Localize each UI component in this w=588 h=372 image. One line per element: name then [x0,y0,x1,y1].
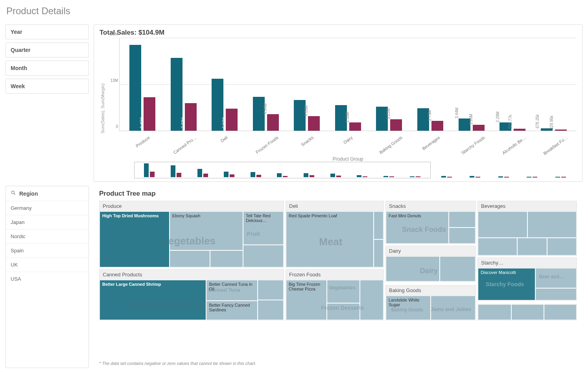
margin-bar[interactable]: 4.64M [267,114,279,131]
section-header: Produce [100,201,284,211]
tile-label[interactable]: Better Canned Tuna in Oil [206,280,258,301]
tile[interactable] [449,211,476,228]
overview-scrollbar[interactable] [134,162,577,178]
sales-bar-chart-card: Total Sales: $104.9M Sum(Sales), Sum(Mar… [94,24,582,182]
margin-bar[interactable]: 4.05M [308,116,320,131]
region-item[interactable]: Nordic [6,229,88,243]
x-category-label: Dairy [342,135,353,145]
bar-group[interactable]: 14.63M6.16M [209,38,240,131]
filter-year[interactable]: Year [6,24,89,39]
bar-group[interactable]: 20.52M7.72M [168,38,199,131]
bar-group[interactable]: 6.32M2.73M [415,38,446,131]
page-title: Product Details [6,4,582,20]
tile[interactable] [210,250,243,267]
margin-bar[interactable]: 1.66M [473,125,485,131]
tile-label[interactable]: Tell Tale Red Delcious… [243,211,284,245]
margin-bar[interactable]: 2.73M [431,121,443,131]
tile-label[interactable]: Landslide White Sugar [386,296,431,320]
treemap-section-frozen[interactable]: Frozen Foods Big Time Frozen Cheese Pizz… [286,269,384,320]
treemap-section-beverages[interactable]: Beverages [477,201,577,256]
tile[interactable] [511,304,544,320]
bar-group[interactable]: 3.44M1.66M [456,38,487,131]
treemap[interactable]: Produce High Top Dried Mushrooms Ebony S… [99,201,577,359]
region-item[interactable]: Spain [6,243,88,257]
tile[interactable] [535,288,577,300]
margin-bar[interactable]: 6.16M [226,109,238,131]
region-item[interactable]: Japan [6,215,88,229]
tile[interactable] [535,268,577,288]
bar-group[interactable]: 24.16M9.45M [127,38,158,131]
region-item[interactable]: UK [6,257,88,272]
tile-label[interactable]: Fast Mini Donuts [386,211,449,244]
tile[interactable] [327,280,360,303]
treemap-section-deli[interactable]: Deli Red Spade Pimento Loaf Meat [286,201,384,268]
x-category-label: Baking Goods [378,135,403,155]
tile[interactable] [258,280,284,300]
treemap-section-baking[interactable]: Baking Goods Landslide White Sugar Bakin… [385,285,476,320]
filter-month[interactable]: Month [6,61,89,76]
tile-label[interactable]: Discover Manicotti [478,268,535,300]
bar-value-label: 9.45M [140,117,144,128]
tile[interactable] [449,228,476,244]
tile[interactable] [360,280,383,320]
search-icon[interactable] [11,190,16,197]
tile[interactable] [374,211,383,239]
region-filter-panel: Region GermanyJapanNordicSpainUKUSA [6,186,89,368]
tile[interactable] [517,238,547,255]
tile-label[interactable]: Red Spade Pimento Loaf [286,211,374,267]
treemap-section-dairy[interactable]: Dairy Dairy [385,246,476,282]
filter-week[interactable]: Week [6,79,89,94]
region-item[interactable]: Germany [6,201,88,215]
margin-bar[interactable]: 7.72M [185,103,197,131]
treemap-section-misc[interactable] [477,304,577,320]
bar-group[interactable]: 7.18M2.35M [333,38,363,131]
treemap-section-produce[interactable]: Produce High Top Dried Mushrooms Ebony S… [99,201,284,268]
bar-group[interactable]: 8.63M4.05M [291,38,322,131]
tile[interactable] [478,211,527,238]
tile[interactable] [527,211,577,238]
tile[interactable] [431,296,476,320]
chart-title: Total Sales: $104.9M [100,29,577,37]
tile[interactable] [258,300,284,320]
region-item[interactable]: USA [6,272,88,286]
treemap-section-snacks[interactable]: Snacks Fast Mini Donuts Snack Foods [385,201,476,244]
bar-value-label: 20.52M [166,115,170,128]
treemap-section-starchy[interactable]: Starchy… Discover Manicotti Starchy Food… [477,257,577,301]
tile[interactable] [544,304,577,320]
bar-group[interactable]: 9.49M4.64M [251,38,281,131]
bar-group[interactable]: 2.28M521.77k [497,38,528,131]
tile[interactable] [327,303,360,320]
bar-value-label: 678.25k [535,114,540,128]
margin-bar[interactable]: 2.35M [349,122,361,131]
bar-value-label: 24.16M [125,115,129,128]
bar-group[interactable]: 6.73M3.22M [374,38,404,131]
tile[interactable] [547,238,577,255]
margin-bar[interactable]: 3.22M [390,119,402,131]
tile-label: Better Large Canned Shrimp [102,282,161,287]
margin-bar[interactable]: 521.77k [514,129,525,131]
y-tick: 26M [106,32,118,36]
tile[interactable] [170,250,210,267]
tile-label[interactable]: Better Fancy Canned Sardines [206,301,258,320]
bar-value-label: 1.66M [469,114,473,125]
margin-bar[interactable]: 329.95k [555,130,567,131]
sales-bar[interactable]: 3.44M [459,118,470,131]
bar-plot-area[interactable]: 26M 13M 0 24.16M9.45M20.52M7.72M14.63M6.… [119,38,577,131]
tile-label[interactable]: Big Time Frozen Cheese Pizza [286,280,327,320]
tile[interactable] [478,238,517,255]
x-category-label: Starchy Foods [460,135,485,155]
tile[interactable] [374,239,383,267]
filter-quarter[interactable]: Quarter [6,43,89,57]
tile[interactable] [243,245,284,267]
treemap-section-canned[interactable]: Canned Products Better Large Canned Shri… [99,269,284,320]
tile[interactable] [478,304,511,320]
margin-bar[interactable]: 9.45M [144,97,155,131]
tile[interactable] [440,256,476,281]
section-header: Dairy [386,246,476,256]
tile-label[interactable]: Ebony Squash [170,211,243,250]
bar-value-label: 329.95k [549,115,554,130]
tile[interactable] [386,256,440,281]
bar-group[interactable]: 678.25k329.95k [538,38,569,131]
bar-value-label: 2.28M [496,112,500,123]
section-header: Deli [286,201,383,211]
